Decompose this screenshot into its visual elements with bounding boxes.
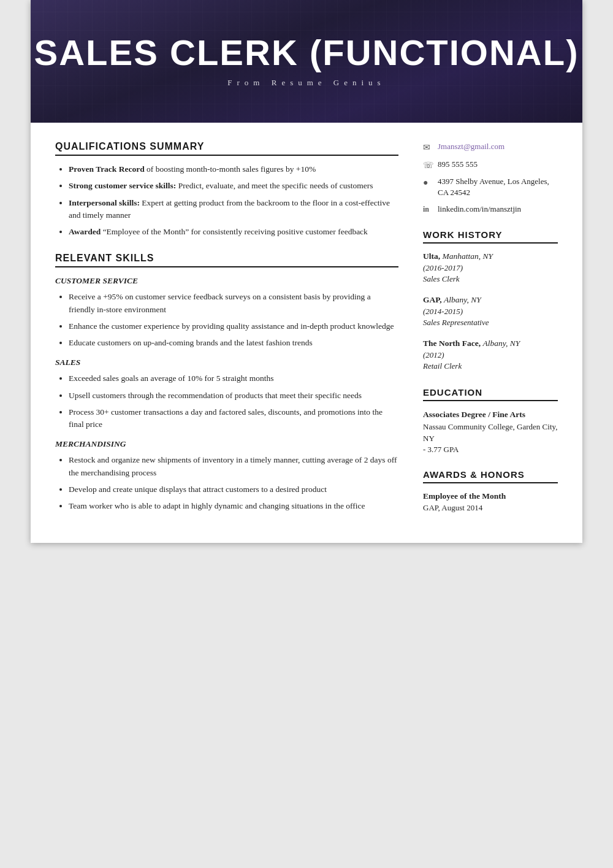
skill-category-sales: SALES — [55, 358, 398, 367]
email-icon: ✉ — [423, 142, 433, 154]
qualifications-heading: QUALIFICATIONS SUMMARY — [55, 141, 398, 156]
contact-phone: ☏ 895 555 555 — [423, 159, 558, 172]
address-text: 4397 Shelby Avenue, Los Angeles, CA 2454… — [438, 176, 558, 198]
contact-email: ✉ Jmanszt@gmail.com — [423, 141, 558, 154]
work-entry-northface: The North Face, Albany, NY (2012) Retail… — [423, 338, 558, 372]
edu-gpa: - 3.77 GPA — [423, 445, 558, 455]
work-dates: (2016-2017) — [423, 263, 558, 274]
list-item: Upsell customers through the recommendat… — [69, 390, 398, 402]
qualifications-list: Proven Track Record of boosting month-to… — [55, 163, 398, 238]
email-link[interactable]: Jmanszt@gmail.com — [438, 141, 504, 152]
contact-address: ● 4397 Shelby Avenue, Los Angeles, CA 24… — [423, 176, 558, 198]
merchandising-list: Restock and organize new shipments of in… — [55, 454, 398, 512]
contact-section: ✉ Jmanszt@gmail.com ☏ 895 555 555 ● 4397… — [423, 141, 558, 215]
work-dates: (2012) — [423, 350, 558, 361]
list-item: Educate customers on up-and-coming brand… — [69, 337, 398, 349]
sales-list: Exceeded sales goals an average of 10% f… — [55, 372, 398, 431]
left-column: QUALIFICATIONS SUMMARY Proven Track Reco… — [55, 141, 398, 518]
relevant-skills-heading: RELEVANT SKILLS — [55, 253, 398, 267]
list-item: Awarded “Employee of the Month” for cons… — [69, 226, 398, 238]
award-detail: GAP, August 2014 — [423, 502, 558, 513]
list-item: Proven Track Record of boosting month-to… — [69, 163, 398, 175]
awards-heading: AWARDS & HONORS — [423, 469, 558, 483]
edu-degree: Associates Degree / Fine Arts — [423, 409, 558, 421]
location-icon: ● — [423, 177, 433, 189]
resume-title: SALES CLERK (FUNCTIONAL) — [34, 35, 579, 71]
work-title: Retail Clerk — [423, 361, 558, 372]
list-item: Enhance the customer experience by provi… — [69, 320, 398, 332]
list-item: Interpersonal skills: Expert at getting … — [69, 197, 398, 222]
linkedin-icon: in — [423, 204, 433, 215]
list-item: Exceeded sales goals an average of 10% f… — [69, 372, 398, 385]
list-item: Restock and organize new shipments of in… — [69, 454, 398, 479]
work-title: Sales Clerk — [423, 274, 558, 285]
resume-body: QUALIFICATIONS SUMMARY Proven Track Reco… — [31, 123, 582, 543]
resume-subtitle: From Resume Genius — [227, 78, 385, 88]
customer-service-list: Receive a +95% on customer service feedb… — [55, 291, 398, 349]
work-entry-ulta: Ulta, Manhattan, NY (2016-2017) Sales Cl… — [423, 251, 558, 285]
linkedin-text: linkedin.com/in/mansztjin — [438, 204, 521, 215]
work-dates: (2014-2015) — [423, 306, 558, 317]
list-item: Develop and create unique displays that … — [69, 483, 398, 496]
edu-school: Nassau Community College, Garden City, N… — [423, 421, 558, 445]
list-item: Team worker who is able to adapt in high… — [69, 500, 398, 512]
phone-icon: ☏ — [423, 159, 433, 172]
list-item: Strong customer service skills: Predict,… — [69, 180, 398, 192]
work-history-heading: WORK HISTORY — [423, 229, 558, 244]
phone-text: 895 555 555 — [438, 159, 478, 170]
right-column: ✉ Jmanszt@gmail.com ☏ 895 555 555 ● 4397… — [423, 141, 558, 518]
list-item: Receive a +95% on customer service feedb… — [69, 291, 398, 316]
contact-linkedin: in linkedin.com/in/mansztjin — [423, 204, 558, 215]
skill-category-customer-service: CUSTOMER SERVICE — [55, 276, 398, 286]
list-item: Process 30+ customer transactions a day … — [69, 406, 398, 431]
skill-category-merchandising: MERCHANDISING — [55, 439, 398, 449]
work-company: The North Face, Albany, NY — [423, 338, 558, 350]
work-title: Sales Representative — [423, 317, 558, 328]
education-entry: Associates Degree / Fine Arts Nassau Com… — [423, 409, 558, 455]
resume-page: SALES CLERK (FUNCTIONAL) From Resume Gen… — [31, 0, 582, 543]
work-company: GAP, Albany, NY — [423, 294, 558, 306]
work-entry-gap: GAP, Albany, NY (2014-2015) Sales Repres… — [423, 294, 558, 328]
work-company: Ulta, Manhattan, NY — [423, 251, 558, 263]
award-entry: Employee of the Month GAP, August 2014 — [423, 491, 558, 513]
header: SALES CLERK (FUNCTIONAL) From Resume Gen… — [31, 0, 582, 123]
award-name: Employee of the Month — [423, 491, 558, 502]
education-heading: EDUCATION — [423, 387, 558, 401]
